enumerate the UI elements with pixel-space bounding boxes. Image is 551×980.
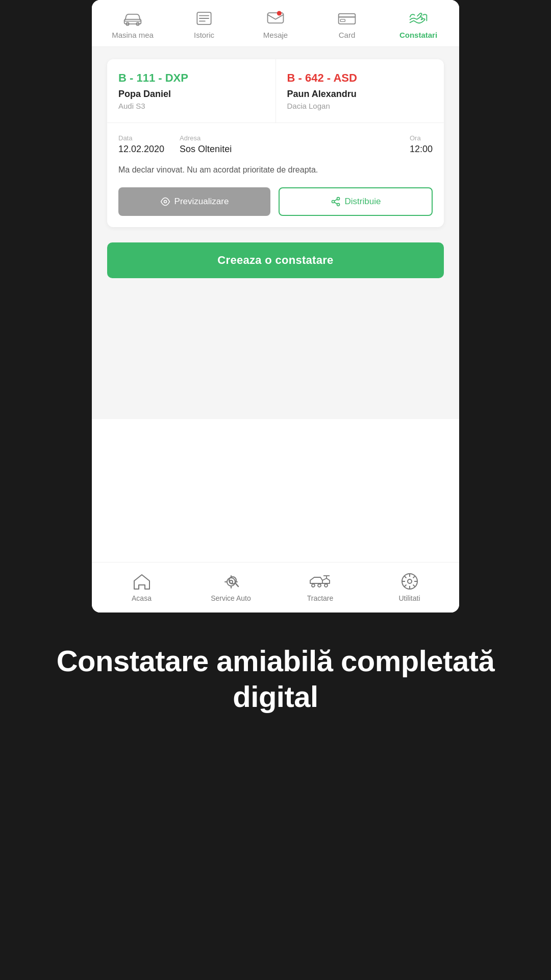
bottom-nav-acasa-label: Acasa <box>132 594 152 602</box>
svg-point-9 <box>277 11 282 15</box>
nav-label-masina-mea: Masina mea <box>112 31 154 39</box>
footer-text: Constatare amiabilă completată digital <box>0 612 551 734</box>
bottom-nav-utilitati[interactable]: Utilitati <box>384 572 435 602</box>
party-b-name: Paun Alexandru <box>287 89 433 100</box>
nav-label-mesaje: Mesaje <box>263 31 288 39</box>
svg-point-29 <box>324 584 328 587</box>
details-row: Data 12.02.2020 Adresa Sos Oltenitei Ora… <box>118 134 433 155</box>
bottom-nav: Acasa Service Auto <box>92 562 459 612</box>
svg-point-27 <box>312 584 315 587</box>
details-section: Data 12.02.2020 Adresa Sos Oltenitei Ora… <box>107 123 444 176</box>
svg-line-40 <box>413 576 415 578</box>
nav-label-constatari: Constatari <box>399 31 437 39</box>
svg-rect-12 <box>340 19 345 22</box>
party-b: B - 642 - ASD Paun Alexandru Dacia Logan <box>276 59 444 122</box>
service-icon <box>220 572 242 591</box>
detail-adresa: Adresa Sos Oltenitei <box>180 134 394 155</box>
car-icon <box>121 9 144 28</box>
create-constatare-button[interactable]: Creeaza o constatare <box>107 242 444 278</box>
nav-label-istoric: Istoric <box>194 31 214 39</box>
top-nav: Masina mea Istoric Mesaje <box>92 0 459 47</box>
svg-line-18 <box>334 202 337 204</box>
nav-item-mesaje[interactable]: Mesaje <box>250 9 301 39</box>
white-area <box>92 419 459 562</box>
share-label: Distribuie <box>345 197 381 207</box>
handshake-icon <box>407 9 430 28</box>
party-b-plate: B - 642 - ASD <box>287 71 433 85</box>
party-a-plate: B - 111 - DXP <box>118 71 264 85</box>
description-text: Ma declar vinovat. Nu am acordat priorit… <box>118 164 433 176</box>
nav-item-card[interactable]: Card <box>321 9 372 39</box>
share-button[interactable]: Distribuie <box>279 187 433 216</box>
tow-icon <box>309 572 332 591</box>
svg-line-17 <box>334 199 337 201</box>
svg-point-33 <box>408 579 412 583</box>
svg-point-16 <box>337 203 339 206</box>
action-buttons: Previzualizare Distribuie <box>107 187 444 227</box>
svg-point-19 <box>227 578 235 586</box>
card-icon <box>336 9 358 28</box>
bottom-nav-service[interactable]: Service Auto <box>206 572 257 602</box>
preview-label: Previzualizare <box>174 197 229 207</box>
home-icon <box>131 572 153 591</box>
create-btn-label: Creeaza o constatare <box>217 254 333 266</box>
detail-data: Data 12.02.2020 <box>118 134 164 155</box>
adresa-value: Sos Oltenitei <box>180 144 394 155</box>
nav-label-card: Card <box>339 31 356 39</box>
party-a-car: Audi S3 <box>118 102 264 110</box>
app-container: Masina mea Istoric Mesaje <box>92 0 459 612</box>
svg-point-28 <box>318 584 321 587</box>
bottom-nav-acasa[interactable]: Acasa <box>116 572 167 602</box>
svg-line-41 <box>404 585 406 587</box>
party-a-name: Popa Daniel <box>118 89 264 100</box>
svg-line-38 <box>404 576 406 578</box>
svg-point-15 <box>332 201 334 203</box>
bottom-nav-service-label: Service Auto <box>211 594 251 602</box>
utilities-icon <box>398 572 421 591</box>
bottom-nav-tractare[interactable]: Tractare <box>295 572 346 602</box>
svg-line-39 <box>413 585 415 587</box>
parties-row: B - 111 - DXP Popa Daniel Audi S3 B - 64… <box>107 59 444 123</box>
party-a: B - 111 - DXP Popa Daniel Audi S3 <box>107 59 276 122</box>
party-b-car: Dacia Logan <box>287 102 433 110</box>
svg-point-14 <box>337 198 339 200</box>
nav-item-masina-mea[interactable]: Masina mea <box>107 9 158 39</box>
message-icon <box>264 9 287 28</box>
bottom-nav-utilitati-label: Utilitati <box>398 594 420 602</box>
adresa-label: Adresa <box>180 134 394 142</box>
historic-icon <box>193 9 215 28</box>
svg-rect-10 <box>339 14 356 24</box>
ora-label: Ora <box>410 134 433 142</box>
bottom-nav-tractare-label: Tractare <box>307 594 334 602</box>
main-content: B - 111 - DXP Popa Daniel Audi S3 B - 64… <box>92 47 459 419</box>
nav-item-istoric[interactable]: Istoric <box>179 9 230 39</box>
svg-point-13 <box>164 201 166 203</box>
data-value: 12.02.2020 <box>118 144 164 155</box>
ora-value: 12:00 <box>410 144 433 155</box>
nav-item-constatari[interactable]: Constatari <box>393 9 444 39</box>
constatare-card: B - 111 - DXP Popa Daniel Audi S3 B - 64… <box>107 59 444 227</box>
detail-ora: Ora 12:00 <box>410 134 433 155</box>
preview-button[interactable]: Previzualizare <box>118 187 270 216</box>
data-label: Data <box>118 134 164 142</box>
svg-line-26 <box>235 583 238 586</box>
